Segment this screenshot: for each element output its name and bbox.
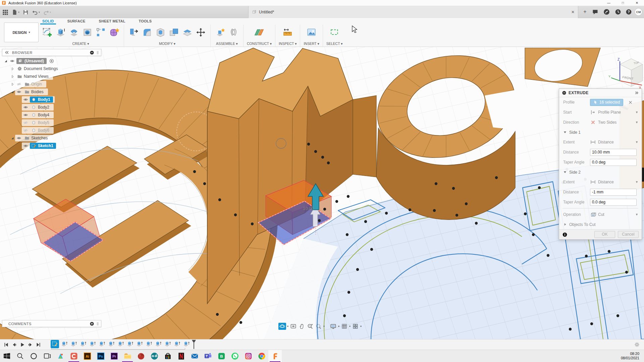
dialog-expand-icon[interactable]: [634, 90, 639, 95]
side2-distance-input[interactable]: [590, 189, 637, 196]
collapse-toggle-icon[interactable]: [3, 59, 8, 63]
insert-canvas-button[interactable]: [305, 25, 318, 39]
pan-button[interactable]: [298, 323, 306, 330]
browser-item-named-views[interactable]: Named Views: [2, 73, 101, 80]
chevron-down-icon[interactable]: ▾: [349, 325, 351, 328]
browser-header[interactable]: BROWSER: [2, 49, 101, 56]
form-button[interactable]: [108, 25, 120, 39]
side2-taper-input[interactable]: [590, 199, 637, 206]
panel-grip-icon[interactable]: [95, 50, 100, 55]
ribbon-tab-tools[interactable]: TOOLS: [137, 18, 154, 24]
taskbar-instagram-button[interactable]: [241, 350, 255, 362]
visibility-eye-icon[interactable]: [22, 113, 29, 117]
new-component-button[interactable]: [214, 25, 226, 39]
timeline-feature-extrude-11[interactable]: [145, 340, 153, 348]
ribbon-group-label-modify[interactable]: MODIFY ▾: [159, 42, 175, 46]
comments-header[interactable]: COMMENTS: [2, 320, 101, 327]
ribbon-tab-sheet-metal[interactable]: SHEET METAL: [97, 18, 127, 24]
info-icon[interactable]: [562, 232, 568, 237]
fillet-button[interactable]: [141, 25, 153, 39]
ribbon-tab-solid[interactable]: SOLID: [40, 18, 56, 24]
orbit-button[interactable]: [278, 323, 286, 330]
browser-item-body1[interactable]: Body1: [2, 96, 101, 103]
visibility-eye-icon[interactable]: [9, 59, 15, 63]
ribbon-group-label-construct[interactable]: CONSTRUCT ▾: [247, 42, 272, 46]
side1-distance-input[interactable]: [590, 149, 637, 156]
taskbar-3d-viewer-button[interactable]: [54, 350, 67, 362]
comments-icon[interactable]: [592, 8, 599, 15]
taskbar-photoshop-button[interactable]: Ps: [94, 350, 107, 362]
avatar[interactable]: CM: [635, 8, 642, 16]
taskbar-search-button[interactable]: [13, 350, 27, 362]
add-comment-icon[interactable]: [90, 321, 94, 326]
ribbon-group-label-assemble[interactable]: ASSEMBLE ▾: [216, 42, 238, 46]
visibility-eye-icon[interactable]: [16, 136, 22, 140]
taskbar-illustrator-button[interactable]: Ai: [80, 350, 94, 362]
skip-start-button[interactable]: [3, 342, 10, 348]
joint-button[interactable]: [227, 25, 240, 39]
create-sketch-button[interactable]: [41, 25, 53, 39]
chevron-down-icon[interactable]: ▼: [635, 140, 638, 144]
shell-button[interactable]: [154, 25, 167, 39]
timeline-feature-extrude-13[interactable]: [163, 340, 172, 348]
objects-to-cut-row[interactable]: Objects To Cut: [559, 220, 642, 229]
timeline-feature-extrude-5[interactable]: [88, 340, 97, 348]
side1-section-header[interactable]: Side 1: [559, 127, 642, 137]
visibility-eye-icon[interactable]: [22, 128, 29, 133]
step-back-button[interactable]: [11, 342, 18, 348]
minimize-button[interactable]: —: [602, 0, 616, 6]
extensions-icon[interactable]: [603, 8, 610, 15]
dialog-collapse-icon[interactable]: [562, 90, 567, 95]
browser-item-body4[interactable]: Body4: [2, 112, 101, 118]
browser-item-body5[interactable]: Body5: [2, 119, 101, 126]
cancel-button[interactable]: Cancel: [618, 231, 639, 238]
visibility-eye-icon[interactable]: [22, 105, 29, 110]
timeline-feature-extrude-15[interactable]: [182, 340, 191, 348]
taskbar-chrome-button[interactable]: [255, 350, 268, 362]
select-box-button[interactable]: [328, 25, 341, 39]
tab-close-icon[interactable]: ✕: [571, 10, 575, 14]
timeline-feature-extrude-2[interactable]: [60, 340, 68, 348]
chevron-down-icon[interactable]: ▾: [39, 11, 40, 14]
timeline-feature-extrude-4[interactable]: [79, 340, 87, 348]
taskbar-camtasia-button[interactable]: [67, 350, 80, 362]
chevron-down-icon[interactable]: ▾: [18, 11, 19, 14]
undo-button[interactable]: ▾: [32, 9, 40, 15]
timeline-feature-extrude-8[interactable]: [116, 340, 125, 348]
pattern-button[interactable]: [95, 25, 107, 39]
timeline-playhead[interactable]: [191, 339, 197, 349]
side1-extent-row[interactable]: Extent Distance ▼: [559, 137, 642, 147]
taskbar-clock[interactable]: 08:20 08/01/2021: [621, 352, 644, 360]
profile-selection-chip[interactable]: 16 selected: [590, 99, 623, 106]
expand-toggle-icon[interactable]: [10, 74, 15, 79]
timeline-feature-sketch-1[interactable]: [51, 340, 59, 348]
play-button[interactable]: [19, 342, 26, 348]
collapse-toggle-icon[interactable]: [10, 90, 15, 94]
taskbar-start-button[interactable]: [0, 350, 13, 362]
hole-button[interactable]: [81, 25, 94, 39]
browser-item-bodies[interactable]: Bodies: [2, 88, 101, 95]
taskbar-sphere-app-button[interactable]: [134, 350, 148, 362]
browser-item-origin[interactable]: Origin: [2, 81, 101, 87]
timeline-feature-extrude-10[interactable]: [135, 340, 144, 348]
extrude-button[interactable]: [54, 25, 67, 39]
chevron-down-icon[interactable]: ▾: [338, 325, 339, 328]
fit-button[interactable]: [315, 323, 322, 330]
taskbar-whatsapp-button[interactable]: [228, 350, 241, 362]
step-forward-button[interactable]: [27, 342, 34, 348]
viewports-button[interactable]: [352, 323, 359, 330]
redo-button[interactable]: ▾: [43, 9, 51, 15]
chevron-down-icon[interactable]: ▾: [323, 325, 325, 328]
expand-toggle-icon[interactable]: [10, 82, 15, 86]
workspace-selector[interactable]: DESIGN ▾: [4, 22, 39, 42]
visibility-eye-icon[interactable]: [22, 97, 29, 102]
timeline-feature-extrude-12[interactable]: [154, 340, 162, 348]
offset-face-button[interactable]: [181, 25, 194, 39]
collapse-panel-icon[interactable]: [4, 50, 9, 55]
chevron-down-icon[interactable]: ▾: [287, 325, 288, 328]
move-button[interactable]: [195, 25, 207, 39]
browser-item-document-settings[interactable]: Document Settings: [2, 65, 101, 72]
visibility-eye-icon[interactable]: [16, 82, 22, 86]
timeline-feature-extrude-9[interactable]: [126, 340, 134, 348]
visibility-eye-icon[interactable]: [22, 143, 29, 148]
